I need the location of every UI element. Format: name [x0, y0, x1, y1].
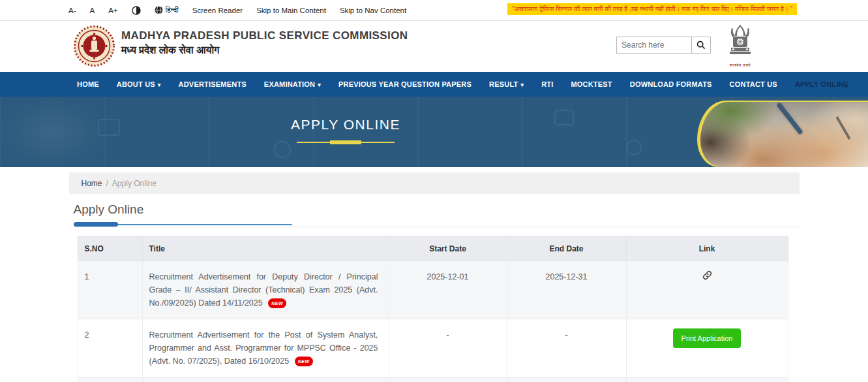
- nav-item-rti[interactable]: RTI: [541, 80, 553, 88]
- nav-item-label: HOME: [77, 80, 99, 88]
- nav-item-apply-online[interactable]: APPLY ONLINE: [795, 80, 848, 88]
- nav-item-label: RESULT: [489, 80, 518, 88]
- column-header-link: Link: [626, 236, 788, 261]
- site-title-english: MADHYA PRADESH PUBLIC SERVICE COMMISSION: [121, 29, 408, 42]
- nav-item-label: EXAMINATION: [264, 80, 315, 88]
- national-emblem: सत्यमेव जयते: [720, 23, 760, 70]
- search-button[interactable]: [692, 37, 711, 54]
- hero-photo-exam-writing: [700, 102, 868, 167]
- apply-link-icon[interactable]: [702, 270, 712, 284]
- search-box: [616, 37, 711, 54]
- row-link-cell: [626, 261, 788, 319]
- site-header: MADHYA PRADESH PUBLIC SERVICE COMMISSION…: [0, 21, 868, 72]
- nav-item-previous-year-question-papers[interactable]: PREVIOUS YEAR QUESTION PAPERS: [338, 80, 471, 88]
- column-header-end-date: End Date: [507, 236, 626, 261]
- nav-item-label: ADVERTISEMENTS: [179, 80, 247, 88]
- nav-item-label: RTI: [541, 80, 553, 88]
- nav-item-label: MOCKTEST: [571, 80, 612, 88]
- site-title-hindi: मध्य प्रदेश लोक सेवा आयोग: [121, 44, 408, 56]
- hero-underline: [297, 140, 395, 144]
- row-end-date: 2025-12-31: [507, 261, 626, 319]
- pen-illustration: [776, 102, 803, 135]
- column-header-title: Title: [142, 236, 389, 261]
- nav-item-advertisements[interactable]: ADVERTISEMENTS: [179, 80, 247, 88]
- row-sno: 3: [78, 377, 142, 382]
- globe-icon: [155, 6, 163, 14]
- nav-item-label: DOWNLOAD FORMATS: [630, 80, 712, 88]
- row-title: Advertisement for State Eligibility Test…: [142, 377, 389, 382]
- nav-item-label: APPLY ONLINE: [795, 80, 848, 88]
- hero-title: APPLY ONLINE: [0, 117, 691, 133]
- nav-item-mocktest[interactable]: MOCKTEST: [571, 80, 612, 88]
- row-end-date: -: [507, 377, 626, 382]
- advertisement-title-text: Recruitment Advertisement for the Post o…: [149, 330, 378, 366]
- column-header-sno: S.NO: [78, 236, 142, 261]
- page-heading-section: Apply Online: [69, 202, 800, 227]
- row-title: Recruitment Advertisement for Deputy Dir…: [142, 261, 389, 319]
- new-badge: NEW: [268, 298, 286, 308]
- chevron-down-icon: ▾: [158, 82, 161, 88]
- apply-table-body: 1Recruitment Advertisement for Deputy Di…: [78, 261, 788, 382]
- pen-illustration: [835, 116, 850, 140]
- nav-item-label: ABOUT US: [117, 80, 155, 88]
- row-start-date: -: [389, 319, 507, 377]
- row-sno: 2: [78, 319, 142, 377]
- nav-item-about-us[interactable]: ABOUT US▾: [117, 80, 161, 88]
- table-row: 1Recruitment Advertisement for Deputy Di…: [78, 261, 788, 319]
- column-header-start-date: Start Date: [389, 236, 507, 261]
- row-link-cell: Print Application: [626, 377, 788, 382]
- emblem-caption: सत्यमेव जयते: [720, 63, 760, 68]
- row-start-date: -: [389, 377, 507, 382]
- hero-banner: APPLY ONLINE: [0, 97, 868, 167]
- search-input[interactable]: [616, 37, 692, 54]
- search-icon: [696, 40, 706, 50]
- skip-to-main-link[interactable]: Skip to Main Content: [256, 7, 326, 14]
- row-link-cell: Print Application: [626, 319, 788, 377]
- screen-reader-link[interactable]: Screen Reader: [192, 7, 243, 14]
- advertisement-title-text: Recruitment Advertisement for Deputy Dir…: [149, 272, 378, 308]
- new-badge: NEW: [295, 357, 313, 366]
- row-start-date: 2025-12-01: [389, 261, 507, 319]
- nav-item-result[interactable]: RESULT▾: [489, 80, 524, 88]
- table-header-row: S.NO Title Start Date End Date Link: [78, 236, 788, 261]
- page-title-underline: [74, 222, 292, 227]
- apply-online-table: S.NO Title Start Date End Date Link 1Rec…: [78, 236, 788, 382]
- breadcrumb-separator: /: [106, 179, 108, 188]
- language-toggle[interactable]: हिन्दी: [155, 6, 179, 14]
- page-title: Apply Online: [74, 202, 800, 217]
- table-row: 2Recruitment Advertisement for the Post …: [78, 319, 788, 377]
- breadcrumb: Home / Apply Online: [69, 172, 800, 194]
- nav-item-contact-us[interactable]: CONTACT US: [730, 80, 777, 88]
- skip-to-nav-link[interactable]: Skip to Nav Content: [340, 7, 406, 14]
- row-title: Recruitment Advertisement for the Post o…: [142, 319, 389, 377]
- chevron-down-icon: ▾: [318, 82, 321, 88]
- accessibility-bar: A- A A+ हिन्दी Screen Reader Skip to Mai…: [0, 0, 868, 21]
- font-increase-button[interactable]: A+: [108, 7, 117, 14]
- nav-item-home[interactable]: HOME: [77, 80, 99, 88]
- row-end-date: -: [507, 319, 626, 377]
- chevron-down-icon: ▾: [520, 82, 524, 88]
- table-row: 3Advertisement for State Eligibility Tes…: [78, 377, 788, 382]
- nav-item-label: CONTACT US: [730, 80, 777, 88]
- nav-item-download-formats[interactable]: DOWNLOAD FORMATS: [630, 80, 712, 88]
- main-navigation: HOMEABOUT US▾ADVERTISEMENTSEXAMINATION▾P…: [0, 72, 868, 97]
- font-default-button[interactable]: A: [90, 7, 95, 14]
- font-decrease-button[interactable]: A-: [68, 7, 76, 14]
- breadcrumb-current: Apply Online: [112, 179, 157, 188]
- row-sno: 1: [78, 261, 142, 319]
- nav-item-label: PREVIOUS YEAR QUESTION PAPERS: [338, 80, 471, 88]
- news-ticker: "असफलता ट्रैफिक सिग्नल की लाल बत्ती की त…: [507, 3, 797, 15]
- contrast-toggle-icon[interactable]: [132, 6, 141, 15]
- nav-item-examination[interactable]: EXAMINATION▾: [264, 80, 321, 88]
- breadcrumb-home-link[interactable]: Home: [82, 179, 102, 188]
- print-application-button[interactable]: Print Application: [673, 328, 741, 348]
- mppsc-logo[interactable]: [74, 25, 115, 67]
